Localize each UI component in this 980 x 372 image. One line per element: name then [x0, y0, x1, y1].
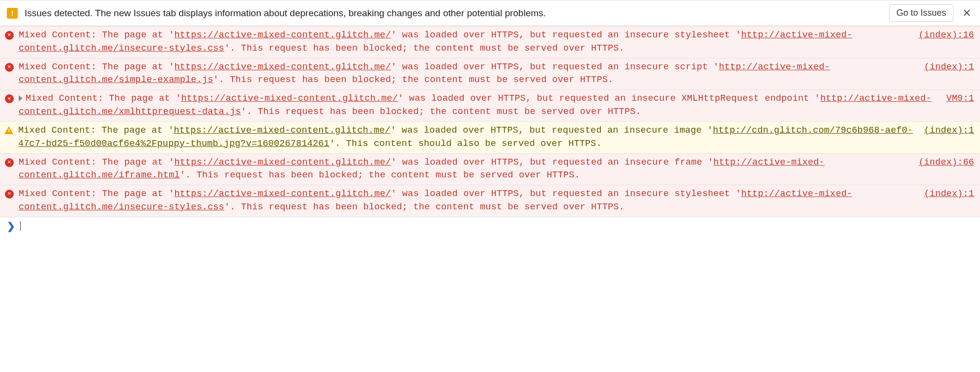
- error-icon: ✕: [5, 190, 14, 199]
- console-output: ✕Mixed Content: The page at 'https://act…: [0, 26, 980, 217]
- error-icon: ✕: [5, 63, 14, 72]
- source-link[interactable]: (index):16: [919, 29, 974, 42]
- console-message-text: Mixed Content: The page at 'https://acti…: [19, 188, 924, 214]
- error-icon: ✕: [5, 94, 14, 103]
- console-message-text: Mixed Content: The page at 'https://acti…: [19, 92, 946, 119]
- console-message-text: Mixed Content: The page at 'https://acti…: [19, 29, 919, 56]
- console-message: ✕Mixed Content: The page at 'https://act…: [0, 26, 980, 58]
- console-message: ✕Mixed Content: The page at 'https://act…: [0, 89, 980, 121]
- source-link[interactable]: (index):66: [919, 156, 974, 170]
- console-message-text: Mixed Content: The page at 'https://acti…: [19, 61, 924, 87]
- page-url-link[interactable]: https://active-mixed-content.glitch.me/: [181, 93, 398, 104]
- console-input[interactable]: [21, 221, 973, 231]
- page-url-link[interactable]: https://active-mixed-content.glitch.me/: [174, 62, 391, 72]
- error-icon: ✕: [5, 158, 14, 167]
- source-link[interactable]: (index):1: [924, 188, 974, 201]
- source-link[interactable]: (index):1: [924, 61, 974, 74]
- go-to-issues-button[interactable]: Go to Issues: [889, 4, 953, 22]
- issues-warning-icon: !: [7, 8, 18, 19]
- source-link[interactable]: VM9:1: [946, 92, 974, 106]
- page-url-link[interactable]: https://active-mixed-content.glitch.me/: [174, 30, 391, 40]
- console-message: Mixed Content: The page at 'https://acti…: [0, 121, 980, 153]
- page-url-link[interactable]: https://active-mixed-content.glitch.me/: [174, 189, 391, 199]
- warning-icon: [4, 126, 13, 134]
- expand-triangle-icon[interactable]: [19, 95, 23, 101]
- page-url-link[interactable]: https://active-mixed-content.glitch.me/: [174, 157, 391, 168]
- console-message: ✕Mixed Content: The page at 'https://act…: [0, 185, 980, 217]
- page-url-link[interactable]: https://active-mixed-content.glitch.me/: [174, 125, 390, 136]
- source-link[interactable]: (index):1: [924, 124, 974, 138]
- close-issues-banner-button[interactable]: ✕: [960, 7, 973, 20]
- error-icon: ✕: [5, 31, 14, 40]
- console-message: ✕Mixed Content: The page at 'https://act…: [0, 58, 980, 90]
- console-message-text: Mixed Content: The page at 'https://acti…: [19, 156, 919, 183]
- console-message: ✕Mixed Content: The page at 'https://act…: [0, 153, 980, 185]
- prompt-chevron-icon: ❯: [7, 220, 15, 232]
- issues-banner: ! Issues detected. The new Issues tab di…: [0, 0, 980, 26]
- console-message-text: Mixed Content: The page at 'https://acti…: [18, 124, 924, 151]
- console-prompt-row[interactable]: ❯: [0, 217, 980, 235]
- issues-banner-text: Issues detected. The new Issues tab disp…: [25, 8, 882, 19]
